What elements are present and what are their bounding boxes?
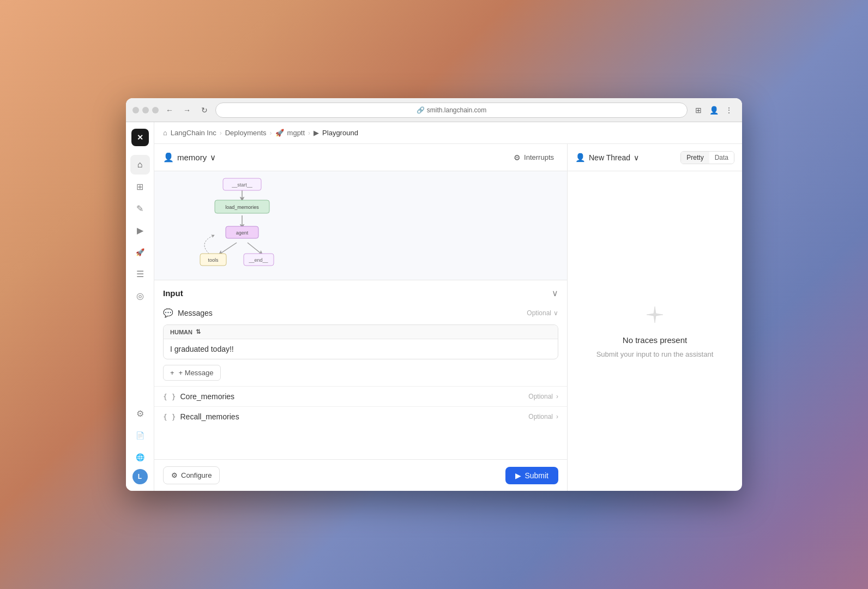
url-text: smith.langchain.com	[427, 106, 486, 114]
configure-label: Configure	[181, 471, 212, 479]
core-memories-chevron-icon: ›	[556, 393, 558, 400]
messages-row: 💬 Messages Optional ∨	[154, 304, 567, 322]
breadcrumb-sep-1: ›	[220, 129, 222, 137]
add-message-button[interactable]: + + Message	[163, 365, 221, 381]
recall-memories-text: Recall_memories	[180, 412, 239, 421]
graph-svg: __start__ load_memories agent tools	[174, 167, 305, 284]
lock-icon: 🔗	[417, 106, 425, 114]
apps-icon: ⊞	[136, 182, 143, 192]
sidebar-item-docs[interactable]: 📄	[130, 425, 150, 445]
input-section: Input ∨ 💬 Messages Optional ∨	[154, 280, 567, 459]
svg-text:load_memories: load_memories	[225, 205, 259, 210]
messages-text: Messages	[178, 309, 213, 317]
no-traces-panel: No traces present Submit your input to r…	[568, 171, 742, 491]
monitor-icon: ◎	[136, 291, 144, 301]
sidebar-item-deploy[interactable]: 🚀	[130, 242, 150, 262]
sidebar-item-apps[interactable]: ⊞	[130, 177, 150, 196]
memory-chevron-icon: ∨	[210, 153, 216, 163]
extensions-button[interactable]: ⊞	[692, 104, 705, 117]
configure-button[interactable]: ⚙ Configure	[163, 466, 220, 484]
messages-label: 💬 Messages	[163, 308, 213, 318]
breadcrumb-mgptt-icon: 🚀	[275, 129, 284, 137]
sidebar-item-settings[interactable]: ⚙	[130, 404, 150, 423]
menu-button[interactable]: ⋮	[722, 104, 736, 117]
interrupts-button[interactable]: ⚙ Interrupts	[509, 151, 558, 164]
sidebar-item-edit[interactable]: ✎	[130, 199, 150, 218]
sidebar-item-home[interactable]: ⌂	[130, 155, 150, 175]
profile-button[interactable]: 👤	[707, 104, 720, 117]
refresh-button[interactable]: ↻	[198, 104, 211, 117]
recall-memories-optional-text: Optional	[528, 413, 553, 420]
maximize-btn[interactable]	[152, 107, 159, 113]
svg-line-3	[248, 243, 261, 254]
recall-memories-row[interactable]: { } Recall_memories Optional ›	[154, 406, 567, 426]
sidebar: ✕ ⌂ ⊞ ✎ ▶ 🚀 ☰ ◎	[126, 122, 154, 491]
message-content[interactable]: I graduated today!!	[164, 339, 558, 359]
sidebar-item-database[interactable]: ☰	[130, 264, 150, 284]
window-controls	[132, 107, 159, 113]
breadcrumb-langchain[interactable]: LangChain Inc	[171, 129, 216, 137]
sidebar-item-globe[interactable]: 🌐	[130, 447, 150, 467]
minimize-btn[interactable]	[142, 107, 149, 113]
input-title: Input	[163, 289, 183, 298]
recall-memories-label: { } Recall_memories	[163, 412, 239, 421]
sidebar-item-play[interactable]: ▶	[130, 220, 150, 240]
add-message-icon: +	[170, 369, 174, 377]
svg-text:__start__: __start__	[231, 182, 253, 188]
forward-button[interactable]: →	[180, 104, 194, 117]
message-box: HUMAN ⇅ I graduated today!!	[163, 324, 558, 359]
sidebar-item-monitor[interactable]: ◎	[130, 286, 150, 305]
breadcrumb-deployments[interactable]: Deployments	[225, 129, 267, 137]
new-thread-selector[interactable]: 👤 New Thread ∨	[575, 153, 639, 163]
interrupts-label: Interrupts	[524, 153, 554, 161]
input-footer: ⚙ Configure ▶ Submit	[154, 459, 567, 491]
breadcrumb-sep-2: ›	[270, 129, 272, 137]
core-memories-row[interactable]: { } Core_memories Optional ›	[154, 386, 567, 406]
thread-chevron-icon: ∨	[634, 153, 639, 162]
core-memories-icon: { }	[163, 393, 176, 401]
no-traces-title: No traces present	[623, 335, 687, 345]
messages-optional-badge: Optional ∨	[527, 309, 558, 317]
submit-label: Submit	[525, 471, 548, 480]
svg-text:agent: agent	[236, 230, 249, 236]
messages-optional-text: Optional	[527, 309, 551, 317]
avatar-letter: L	[138, 473, 142, 480]
interrupts-gear-icon: ⚙	[514, 153, 521, 162]
breadcrumb-playground: Playground	[322, 129, 358, 137]
address-bar[interactable]: 🔗 smith.langchain.com	[215, 103, 688, 118]
submit-button[interactable]: ▶ Submit	[505, 467, 558, 484]
close-btn[interactable]	[132, 107, 139, 113]
input-header: Input ∨	[154, 280, 567, 304]
user-avatar[interactable]: L	[132, 469, 148, 484]
core-memories-label: { } Core_memories	[163, 392, 234, 401]
recall-memories-optional: Optional ›	[528, 413, 558, 420]
messages-chevron-icon: ∨	[553, 309, 558, 317]
back-button[interactable]: ←	[163, 104, 176, 117]
new-thread-label: New Thread	[589, 153, 630, 162]
settings-icon: ⚙	[136, 408, 144, 419]
pretty-view-button[interactable]: Pretty	[681, 152, 709, 164]
browser-chrome: ← → ↻ 🔗 smith.langchain.com ⊞ 👤 ⋮	[126, 98, 742, 122]
messages-chat-icon: 💬	[163, 308, 173, 318]
database-icon: ☰	[136, 269, 144, 279]
sparkle-icon	[644, 304, 666, 330]
view-toggle: Pretty Data	[680, 151, 734, 164]
breadcrumb-sep-3: ›	[308, 129, 310, 137]
memory-label: memory	[177, 153, 207, 162]
play-icon: ▶	[137, 225, 143, 236]
browser-actions: ⊞ 👤 ⋮	[692, 104, 736, 117]
sidebar-logo[interactable]: ✕	[131, 129, 149, 146]
recall-memories-icon: { }	[163, 413, 176, 421]
message-type-toggle-icon[interactable]: ⇅	[196, 328, 201, 335]
thread-person-icon: 👤	[575, 153, 586, 163]
docs-icon: 📄	[136, 431, 144, 440]
home-icon: ⌂	[137, 160, 143, 170]
data-view-button[interactable]: Data	[709, 152, 734, 164]
no-traces-subtitle: Submit your input to run the assistant	[596, 350, 714, 358]
edit-icon: ✎	[136, 203, 143, 214]
svg-text:tools: tools	[208, 257, 219, 263]
svg-line-2	[220, 243, 237, 254]
memory-selector[interactable]: 👤 memory ∨	[163, 152, 216, 163]
breadcrumb-mgptt[interactable]: mgptt	[287, 129, 305, 137]
input-collapse-button[interactable]: ∨	[552, 288, 558, 298]
